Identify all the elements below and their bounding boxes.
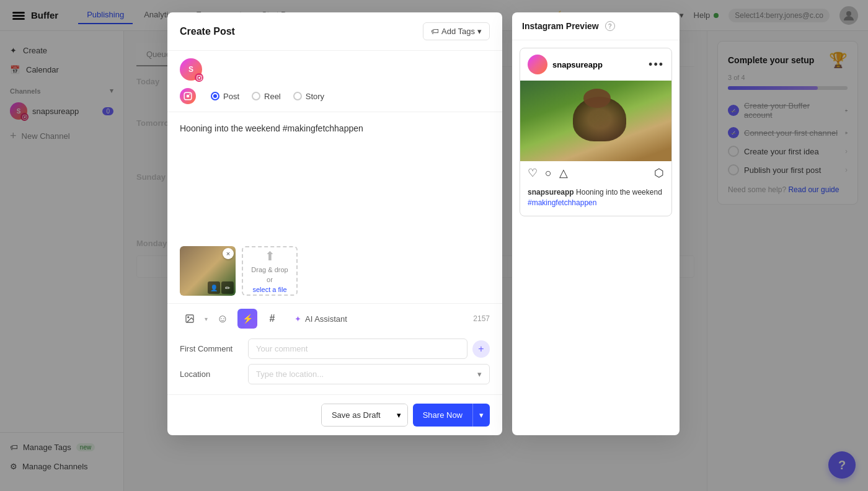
add-comment-button[interactable]: +	[472, 340, 490, 358]
thumb-edit-button[interactable]: ✏	[221, 281, 234, 294]
tag-label-icon: 🏷	[431, 27, 439, 36]
modal-title: Create Post	[180, 26, 235, 37]
post-toolbar: ▾ ☺ ⚡ # ✦ AI Assistant 2157	[167, 303, 502, 334]
ig-caption-hashtag: #makingfetchhappen	[528, 198, 596, 207]
svg-point-11	[187, 95, 190, 98]
location-chevron-icon: ▾	[477, 369, 482, 379]
ig-post-header: snapsureapp •••	[520, 48, 671, 81]
ig-comment-icon[interactable]: ○	[545, 167, 552, 180]
thumb-action-buttons: 👤 ✏	[208, 281, 234, 294]
select-file-link[interactable]: select a file	[252, 286, 286, 293]
post-type-row: Post Reel Story	[167, 81, 502, 112]
first-comment-row: First Comment Your comment +	[180, 338, 490, 359]
media-chevron-icon: ▾	[205, 316, 208, 322]
save-draft-arrow-button[interactable]: ▾	[391, 404, 407, 426]
share-now-button-group: Share Now ▾	[413, 404, 490, 427]
ai-bolt-button[interactable]: ⚡	[237, 309, 257, 329]
first-comment-input[interactable]: Your comment	[248, 338, 467, 359]
ig-post-avatar	[528, 55, 547, 74]
ig-share-icon[interactable]: △	[559, 166, 568, 180]
first-comment-label: First Comment	[180, 344, 248, 353]
preview-help-icon: ?	[605, 21, 615, 31]
modal-container: Create Post 🏷 Add Tags ▾ S	[167, 12, 701, 435]
ig-post-image	[520, 81, 671, 161]
media-button[interactable]	[180, 309, 200, 329]
preview-title: Instagram Preview	[522, 21, 599, 31]
main-layout: ✦ Create 📅 Calendar Channels ▾ S snapsur…	[0, 31, 868, 491]
modal-footer: Save as Draft ▾ Share Now ▾	[167, 394, 502, 435]
account-instagram-badge	[195, 73, 203, 82]
radio-post[interactable]: Post	[211, 92, 239, 101]
account-row: S	[167, 51, 502, 81]
instagram-preview-panel: Instagram Preview ? snapsureapp •••	[512, 12, 680, 435]
thumb-person-button[interactable]: 👤	[208, 281, 220, 294]
svg-point-12	[189, 94, 190, 95]
ig-save-icon[interactable]: ⬡	[654, 166, 664, 180]
ig-more-options-icon[interactable]: •••	[649, 59, 664, 70]
svg-point-8	[198, 77, 200, 79]
save-draft-button[interactable]: Save as Draft	[322, 404, 391, 426]
ig-caption-username: snapsureapp	[528, 188, 574, 197]
share-now-button[interactable]: Share Now	[413, 404, 472, 427]
ig-caption-text: Hooning into the weekend	[576, 188, 662, 197]
media-area: × 👤 ✏ ⬆ Drag & drop or select a file	[167, 246, 502, 303]
svg-point-14	[188, 317, 189, 318]
svg-point-9	[200, 76, 201, 76]
ai-assistant-label: AI Assistant	[305, 314, 347, 324]
media-thumbnail: × 👤 ✏	[180, 246, 236, 296]
ai-assistant-button[interactable]: ✦ AI Assistant	[287, 311, 355, 327]
add-tags-label: Add Tags	[441, 27, 475, 36]
post-type-instagram-icon	[180, 88, 196, 104]
ig-post-caption: snapsureapp Hooning into the weekend #ma…	[520, 185, 671, 216]
ig-heart-icon[interactable]: ♡	[528, 166, 538, 180]
location-row: Location Type the location... ▾	[180, 364, 490, 384]
post-body	[167, 112, 502, 246]
preview-header: Instagram Preview ?	[512, 12, 680, 40]
radio-story-label: Story	[306, 92, 324, 101]
account-avatar: S	[180, 58, 202, 81]
location-placeholder: Type the location...	[256, 369, 324, 379]
location-input[interactable]: Type the location... ▾	[248, 364, 490, 384]
ig-post-actions: ♡ ○ △ ⬡	[520, 161, 671, 185]
post-fields: First Comment Your comment + Location Ty…	[167, 334, 502, 394]
radio-post-dot	[211, 92, 219, 100]
ai-wand-icon: ✦	[294, 314, 301, 324]
ig-post-username: snapsureapp	[552, 60, 603, 69]
create-post-modal: Create Post 🏷 Add Tags ▾ S	[167, 12, 502, 435]
remove-media-button[interactable]: ×	[223, 248, 234, 259]
radio-post-label: Post	[223, 92, 239, 101]
add-tags-chevron-icon: ▾	[477, 27, 482, 36]
ig-post-user: snapsureapp	[528, 55, 603, 74]
location-label: Location	[180, 369, 248, 379]
radio-reel-label: Reel	[264, 92, 281, 101]
char-count: 2157	[473, 314, 490, 323]
radio-reel-dot	[252, 92, 260, 100]
radio-story[interactable]: Story	[293, 92, 324, 101]
modal-header: Create Post 🏷 Add Tags ▾	[167, 12, 502, 51]
preview-body: snapsureapp ••• ♡	[512, 40, 680, 224]
upload-icon: ⬆	[265, 249, 275, 263]
modal-overlay: Create Post 🏷 Add Tags ▾ S	[0, 0, 868, 491]
drop-zone[interactable]: ⬆ Drag & drop or select a file	[242, 246, 298, 296]
add-tags-button[interactable]: 🏷 Add Tags ▾	[423, 22, 490, 40]
drop-zone-or: or	[267, 276, 273, 283]
radio-reel[interactable]: Reel	[252, 92, 281, 101]
share-now-arrow-button[interactable]: ▾	[472, 404, 490, 427]
emoji-button[interactable]: ☺	[213, 309, 232, 329]
drag-drop-text: Drag & drop	[251, 266, 288, 273]
ig-post-preview: snapsureapp ••• ♡	[520, 48, 672, 216]
save-draft-button-group: Save as Draft ▾	[321, 404, 408, 427]
radio-story-dot	[293, 92, 302, 100]
first-comment-placeholder: Your comment	[256, 344, 308, 353]
hashtag-button[interactable]: #	[262, 309, 282, 329]
post-textarea[interactable]	[180, 122, 490, 234]
